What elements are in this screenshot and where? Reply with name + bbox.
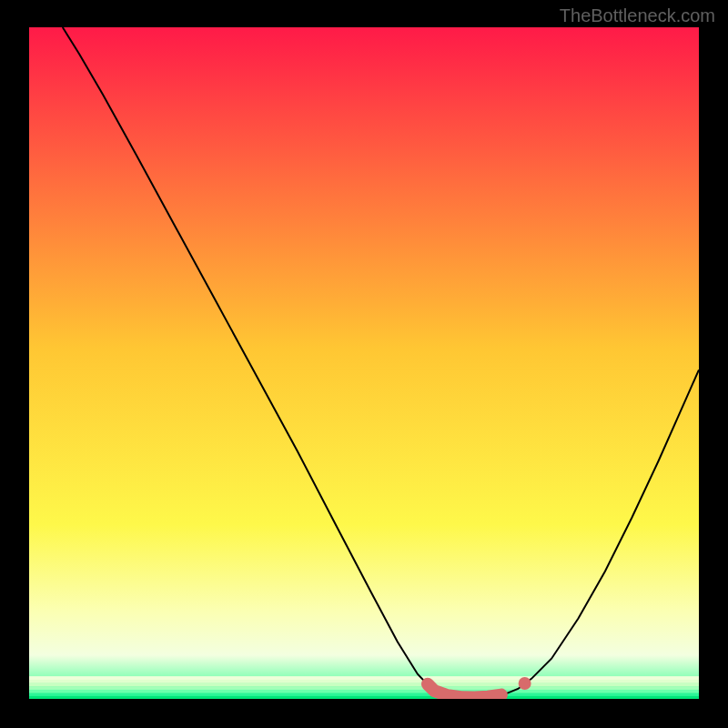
svg-rect-3	[29, 683, 699, 687]
chart-container: TheBottleneck.com	[0, 0, 728, 728]
bottom-stripes	[29, 676, 699, 700]
gradient-background	[29, 27, 699, 699]
svg-point-8	[519, 677, 531, 690]
svg-rect-4	[29, 686, 699, 690]
watermark-text: TheBottleneck.com	[560, 5, 715, 26]
svg-rect-1	[29, 676, 699, 680]
bottleneck-chart	[0, 0, 728, 728]
svg-rect-5	[29, 690, 699, 693]
svg-rect-2	[29, 680, 699, 683]
